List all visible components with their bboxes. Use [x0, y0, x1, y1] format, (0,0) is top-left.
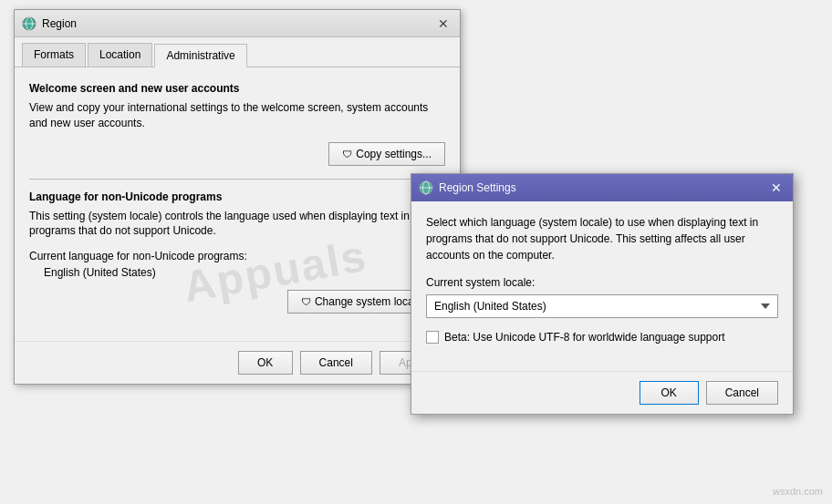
rs-region-icon: [419, 180, 433, 195]
main-region-dialog: Region ✕ Formats Location Administrative…: [14, 9, 461, 385]
rs-locale-label: Current system locale:: [426, 276, 778, 289]
rs-description: Select which language (system locale) to…: [426, 214, 778, 263]
region-settings-dialog: Region Settings ✕ Select which language …: [411, 173, 794, 415]
rs-dialog-title: Region Settings: [439, 181, 516, 194]
rs-close-button[interactable]: ✕: [767, 179, 785, 197]
rs-ok-button[interactable]: OK: [640, 381, 699, 405]
welcome-section-title: Welcome screen and new user accounts: [29, 82, 445, 95]
bottom-watermark: wsxdn.com: [773, 486, 823, 497]
main-title-bar: Region ✕: [15, 10, 460, 37]
rs-footer: OK Cancel: [411, 371, 793, 414]
copy-settings-button[interactable]: 🛡 Copy settings...: [328, 142, 445, 166]
current-lang-label: Current language for non-Unicode program…: [29, 250, 445, 262]
tab-location[interactable]: Location: [88, 43, 152, 67]
tab-formats[interactable]: Formats: [22, 43, 86, 67]
section-divider: [29, 179, 445, 180]
shield-icon-copy: 🛡: [342, 149, 352, 159]
nonunicode-section-title: Language for non-Unicode programs: [29, 190, 445, 203]
rs-cancel-button[interactable]: Cancel: [706, 381, 778, 405]
main-dialog-footer: OK Cancel Apply: [15, 341, 460, 384]
current-lang-value: English (United States): [44, 266, 445, 279]
rs-beta-checkbox[interactable]: [426, 331, 439, 344]
shield-icon-locale: 🛡: [301, 296, 311, 307]
rs-beta-label: Beta: Use Unicode UTF-8 for worldwide la…: [444, 331, 725, 344]
copy-settings-row: 🛡 Copy settings...: [29, 142, 445, 166]
change-locale-row: 🛡 Change system locale...: [29, 290, 445, 314]
rs-locale-select[interactable]: English (United States) English (United …: [426, 294, 778, 318]
rs-title-bar: Region Settings ✕: [411, 174, 793, 201]
title-bar-left: Region: [22, 16, 77, 31]
welcome-section-desc: View and copy your international setting…: [29, 100, 445, 131]
dialog-content: Welcome screen and new user accounts Vie…: [15, 67, 460, 341]
rs-title-bar-left: Region Settings: [419, 180, 516, 195]
main-dialog-title: Region: [42, 17, 77, 30]
main-close-button[interactable]: ✕: [434, 15, 452, 33]
region-icon: [22, 16, 36, 31]
main-cancel-button[interactable]: Cancel: [300, 351, 372, 375]
tabs-container: Formats Location Administrative: [15, 37, 460, 67]
tab-administrative[interactable]: Administrative: [154, 44, 246, 67]
nonunicode-section-desc: This setting (system locale) controls th…: [29, 209, 445, 240]
rs-beta-checkbox-row: Beta: Use Unicode UTF-8 for worldwide la…: [426, 331, 778, 344]
main-ok-button[interactable]: OK: [238, 351, 293, 375]
rs-content: Select which language (system locale) to…: [411, 201, 793, 371]
